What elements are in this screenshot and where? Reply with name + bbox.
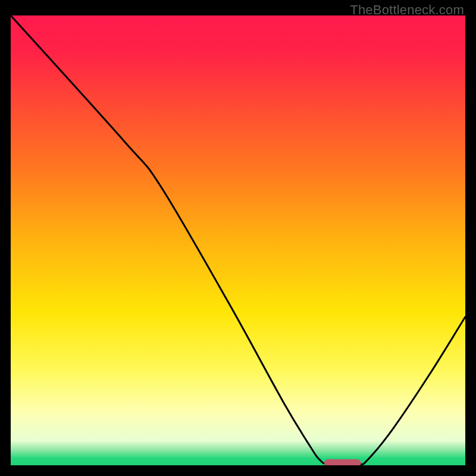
gradient-background (11, 15, 465, 465)
plot-area (11, 15, 465, 465)
optimal-marker (324, 459, 361, 465)
watermark-text: TheBottleneck.com (350, 2, 464, 18)
chart-frame: TheBottleneck.com (0, 0, 476, 476)
plot-svg (11, 15, 465, 465)
